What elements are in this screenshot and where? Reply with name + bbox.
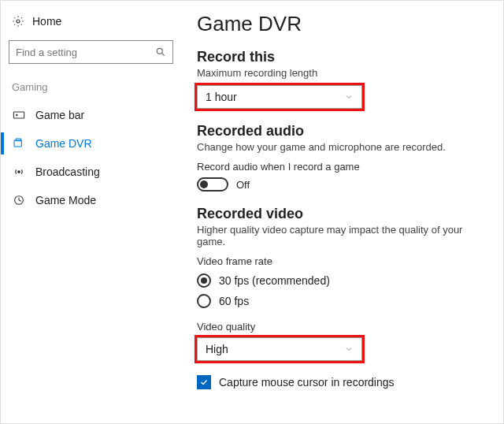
chevron-down-icon: [344, 344, 354, 354]
search-icon: [155, 46, 166, 58]
chevron-down-icon: [344, 92, 354, 102]
recorded-audio-section: Recorded audio Change how your game and …: [197, 123, 487, 192]
game-bar-icon: [12, 110, 26, 121]
svg-rect-6: [16, 139, 21, 141]
video-quality-label: Video quality: [197, 321, 487, 333]
recorded-audio-sub: Change how your game and microphone are …: [197, 141, 487, 153]
record-this-heading: Record this: [197, 49, 487, 65]
video-quality-dropdown[interactable]: High: [197, 337, 362, 361]
svg-rect-3: [13, 112, 24, 118]
sidebar-item-broadcasting[interactable]: Broadcasting: [9, 158, 173, 186]
sidebar-section-header: Gaming: [9, 78, 173, 101]
record-this-sub: Maximum recording length: [197, 67, 487, 79]
dropdown-value: High: [206, 343, 228, 355]
capture-cursor-checkbox-row[interactable]: Capture mouse cursor in recordings: [197, 375, 487, 389]
recorded-video-section: Recorded video Higher quality video capt…: [197, 206, 487, 361]
radio-label: 30 fps (recommended): [219, 274, 330, 287]
sidebar: Home Gaming Game bar: [1, 1, 180, 423]
svg-line-10: [19, 200, 21, 201]
home-label: Home: [32, 15, 61, 28]
frame-rate-label: Video frame rate: [197, 255, 487, 267]
game-mode-icon: [12, 194, 26, 206]
radio-icon: [197, 273, 211, 288]
recorded-video-heading: Recorded video: [197, 206, 487, 222]
sidebar-item-label: Broadcasting: [35, 166, 100, 178]
sidebar-item-game-mode[interactable]: Game Mode: [9, 186, 173, 214]
recorded-audio-heading: Recorded audio: [197, 123, 487, 139]
search-box[interactable]: [9, 40, 173, 64]
sidebar-item-label: Game Mode: [35, 194, 96, 206]
dropdown-value: 1 hour: [206, 91, 237, 103]
broadcasting-icon: [12, 166, 26, 178]
capture-cursor-checkbox[interactable]: [197, 375, 211, 389]
toggle-knob: [200, 180, 208, 188]
sidebar-item-label: Game bar: [35, 109, 84, 121]
gear-icon: [12, 15, 24, 28]
svg-point-4: [17, 114, 17, 115]
svg-line-2: [161, 53, 164, 55]
game-dvr-icon: [12, 137, 26, 150]
sidebar-item-label: Game DVR: [35, 137, 92, 150]
sidebar-item-game-dvr[interactable]: Game DVR: [9, 129, 173, 158]
svg-point-7: [18, 171, 20, 173]
frame-rate-30fps-radio[interactable]: 30 fps (recommended): [197, 273, 487, 288]
radio-icon: [197, 294, 211, 308]
record-audio-toggle-label: Record audio when I record a game: [197, 161, 487, 173]
page-title: Game DVR: [197, 12, 487, 36]
sidebar-item-game-bar[interactable]: Game bar: [9, 101, 173, 129]
record-audio-toggle[interactable]: [197, 177, 228, 192]
recorded-video-sub: Higher quality video capture may impact …: [197, 224, 487, 247]
radio-label: 60 fps: [219, 295, 249, 307]
record-this-section: Record this Maximum recording length 1 h…: [197, 49, 487, 109]
svg-point-1: [157, 48, 162, 54]
search-input[interactable]: [16, 46, 155, 58]
svg-point-0: [17, 20, 20, 23]
frame-rate-60fps-radio[interactable]: 60 fps: [197, 294, 487, 308]
toggle-state-label: Off: [236, 179, 250, 191]
main-content: Game DVR Record this Maximum recording l…: [180, 1, 503, 423]
home-nav[interactable]: Home: [9, 12, 173, 35]
max-recording-length-dropdown[interactable]: 1 hour: [197, 85, 362, 109]
capture-cursor-label: Capture mouse cursor in recordings: [219, 376, 395, 389]
